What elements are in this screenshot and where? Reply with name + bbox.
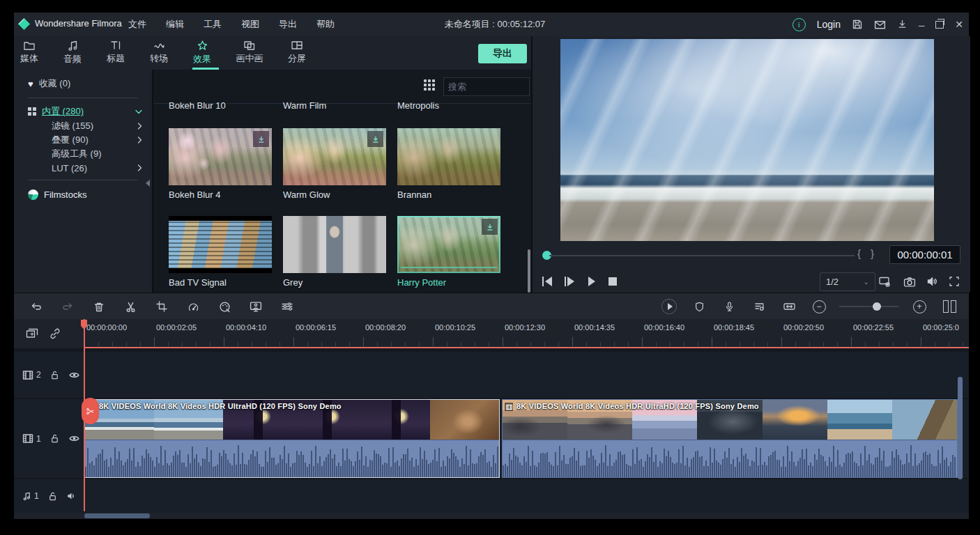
tab-titles[interactable]: 标题 — [95, 40, 136, 65]
speaker-icon[interactable] — [66, 491, 77, 501]
timeline-clip-1[interactable]: 8K VIDEOS World 8K Videos HDR UltraHD (1… — [84, 399, 500, 478]
stop-button[interactable] — [604, 273, 622, 290]
crop-icon[interactable] — [152, 297, 171, 316]
mute-speaker-icon[interactable] — [923, 273, 941, 290]
effects-scrollbar[interactable] — [528, 249, 530, 293]
grid-view-icon[interactable] — [424, 79, 436, 92]
snapshot-camera-icon[interactable] — [901, 273, 919, 290]
track-header: 1 — [14, 479, 84, 513]
voiceover-mic-icon[interactable] — [719, 297, 739, 316]
timeline-vertical-scrollbar[interactable] — [958, 377, 963, 479]
sidebar-item-favorites[interactable]: ♥ 收藏 (0) — [28, 77, 142, 91]
shield-icon[interactable] — [689, 297, 709, 316]
menu-export[interactable]: 导出 — [276, 17, 300, 32]
close-button[interactable]: ✕ — [955, 19, 963, 30]
sidebar-item-overlays[interactable]: 叠覆 (90) — [52, 133, 142, 147]
fit-timeline-icon[interactable] — [779, 297, 799, 316]
eye-icon[interactable] — [68, 434, 80, 443]
effect-card-bokeh-blur-4[interactable]: Bokeh Blur 4 — [169, 128, 272, 200]
adjust-sliders-icon[interactable] — [277, 297, 297, 316]
film-track-icon — [22, 370, 33, 380]
scrubber-track[interactable] — [549, 255, 855, 256]
ruler-label: 00:00:16:40 — [644, 323, 684, 332]
video-track-2[interactable]: 2 — [14, 352, 969, 398]
effect-thumbnail — [283, 216, 386, 273]
tab-pip[interactable]: 画中画 — [229, 40, 270, 65]
play-button[interactable] — [583, 273, 601, 290]
eye-icon[interactable] — [68, 371, 80, 380]
quick-split-scissors-button[interactable] — [82, 398, 99, 424]
timeline-zoom-slider[interactable] — [839, 306, 899, 307]
timeline-clip-2[interactable]: 8K VIDEOS World 8K Videos HDR UltraHD (1… — [502, 399, 958, 478]
clip-label: 8K VIDEOS World 8K Videos HDR UltraHD (1… — [99, 402, 496, 410]
sidebar-item-filmstocks[interactable]: Filmstocks — [28, 187, 142, 201]
previous-frame-button[interactable] — [538, 273, 556, 290]
chevron-right-icon[interactable] — [137, 164, 142, 171]
dual-panel-icon[interactable] — [940, 297, 959, 316]
mail-icon[interactable] — [874, 20, 886, 30]
download-effect-icon[interactable] — [367, 131, 383, 147]
split-scissors-icon[interactable] — [121, 297, 140, 316]
sidebar-item-advanced-tools[interactable]: 高级工具 (9) — [52, 147, 142, 161]
mark-out-button[interactable]: } — [871, 247, 874, 259]
menubar: 文件 编辑 工具 视图 导出 帮助 — [125, 13, 337, 36]
color-palette-icon[interactable] — [215, 297, 234, 316]
next-frame-button[interactable] — [560, 273, 579, 290]
tab-effects[interactable]: 效果 — [182, 40, 222, 65]
login-button[interactable]: Login — [817, 19, 841, 30]
info-icon[interactable]: i — [793, 18, 806, 31]
timeline-horizontal-scrollbar[interactable] — [84, 513, 150, 518]
audio-mixer-icon[interactable] — [749, 297, 769, 316]
menu-edit[interactable]: 编辑 — [163, 17, 187, 32]
delete-icon[interactable] — [89, 297, 109, 316]
unlock-icon[interactable] — [49, 433, 60, 444]
effect-card-grey[interactable]: Grey — [283, 216, 386, 288]
menu-file[interactable]: 文件 — [125, 17, 149, 32]
menu-tools[interactable]: 工具 — [201, 17, 224, 32]
export-button[interactable]: 导出 — [478, 44, 527, 63]
download-icon[interactable] — [897, 19, 908, 30]
audio-track-1[interactable]: 1 — [14, 479, 969, 513]
sidebar-collapse-arrow[interactable] — [146, 180, 150, 187]
unlock-icon[interactable] — [49, 370, 60, 380]
undo-icon[interactable] — [26, 297, 46, 316]
effect-card-warm-glow[interactable]: Warm Glow — [283, 128, 386, 200]
tab-splitscreen[interactable]: 分屏 — [277, 40, 317, 65]
speed-icon[interactable] — [183, 297, 203, 316]
zoom-slider-handle[interactable] — [873, 302, 881, 311]
chevron-right-icon[interactable] — [137, 123, 142, 130]
sidebar-item-lut[interactable]: LUT (26) — [52, 161, 142, 175]
download-effect-icon[interactable] — [482, 219, 498, 235]
unlock-icon[interactable] — [47, 491, 58, 502]
sidebar-item-filters[interactable]: 滤镜 (155) — [52, 119, 142, 133]
mark-in-button[interactable]: { — [857, 247, 861, 259]
link-icon[interactable] — [49, 327, 61, 340]
green-screen-icon[interactable] — [246, 297, 266, 316]
chevron-down-icon[interactable] — [135, 109, 142, 114]
tab-transitions[interactable]: 转场 — [139, 40, 179, 65]
effect-card-bad-tv-signal[interactable]: Bad TV Signal — [169, 216, 272, 288]
tab-audio[interactable]: 音频 — [52, 40, 93, 65]
zoom-in-icon[interactable]: + — [910, 297, 929, 316]
preview-zoom-select[interactable]: 1/2 ⌄ — [820, 272, 875, 291]
effect-card-brannan[interactable]: Brannan — [397, 128, 500, 200]
menu-help[interactable]: 帮助 — [314, 17, 337, 32]
tab-media[interactable]: 媒体 — [9, 40, 49, 65]
render-preview-icon[interactable] — [659, 297, 679, 316]
zoom-out-icon[interactable]: − — [809, 297, 829, 316]
redo-icon[interactable] — [58, 297, 77, 316]
filmora-logo-icon — [18, 18, 30, 30]
add-track-icon[interactable] — [25, 327, 39, 340]
menu-view[interactable]: 视图 — [238, 17, 262, 32]
save-icon[interactable] — [852, 19, 863, 30]
search-input[interactable] — [444, 82, 533, 92]
restore-button[interactable] — [935, 21, 944, 29]
download-effect-icon[interactable] — [253, 131, 269, 147]
sidebar-item-built-in[interactable]: 内置 (280) — [28, 104, 142, 118]
display-settings-icon[interactable] — [875, 273, 894, 290]
timeline-ruler[interactable]: 00:00:00:00 00:00:02:05 00:00:04:10 00:0… — [84, 319, 969, 348]
fullscreen-icon[interactable] — [945, 273, 963, 290]
chevron-right-icon[interactable] — [137, 137, 142, 144]
effect-card-harry-potter[interactable]: Harry Potter — [397, 216, 500, 288]
minimize-button[interactable]: – — [919, 19, 924, 31]
